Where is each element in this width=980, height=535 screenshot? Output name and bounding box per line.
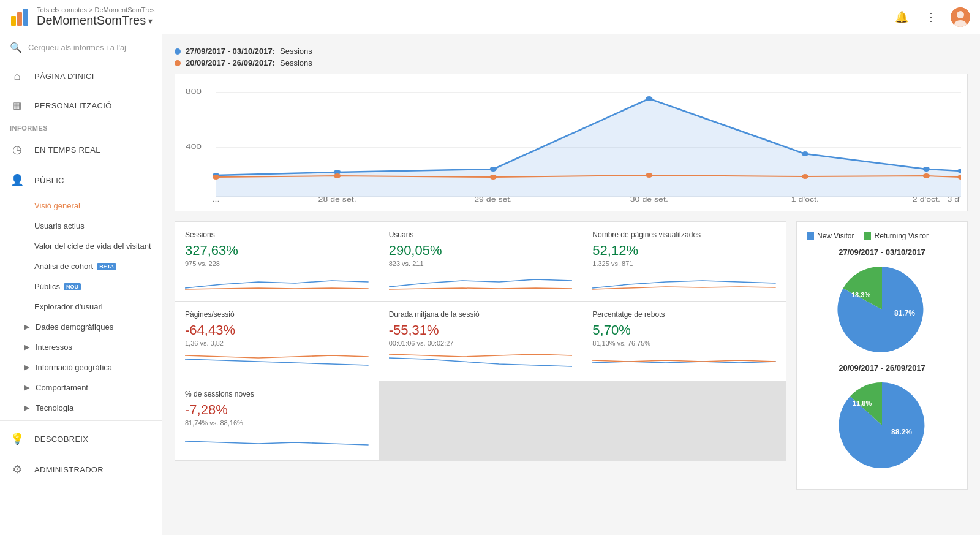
sidebar: 🔍 Cerqueu als informes i a l'aj ⌂ PÀGINA… (0, 34, 162, 535)
app-title: DeMomentSomTres ▾ (37, 13, 892, 28)
informes-label: Informes (0, 120, 162, 134)
legend-dot-2 (175, 60, 181, 66)
svg-text:2 d'oct.: 2 d'oct. (913, 196, 940, 203)
legend-label-2: Sessions (280, 58, 312, 67)
legend-date-1: 27/09/2017 - 03/10/2017: (186, 47, 275, 56)
sidebar-sub-lifetime[interactable]: Valor del cicle de vida del visitant (0, 236, 162, 256)
bottom-row: Sessions 327,63% 975 vs. 228 Usuaris 290… (175, 221, 968, 490)
explorer-label: Explorador d'usuari (34, 302, 103, 311)
legend-date-2: 20/09/2017 - 26/09/2017: (186, 58, 275, 67)
svg-point-22 (646, 173, 652, 178)
interests-label: Interessos (36, 343, 72, 352)
arrow-icon-interests: ▶ (24, 343, 29, 351)
pie-chart-1: 81.7% 18.3% (833, 260, 931, 359)
metric-pages-compare: 1.325 vs. 871 (592, 260, 776, 267)
arrow-icon-geo: ▶ (24, 363, 29, 371)
mini-chart-users (389, 271, 573, 293)
main-layout: 🔍 Cerqueu als informes i a l'aj ⌂ PÀGINA… (0, 34, 980, 535)
sidebar-item-custom[interactable]: ▦ PERSONALITZACIÓ (0, 91, 162, 120)
lifetime-label: Valor del cicle de vida del visitant (34, 241, 151, 251)
pie-legend-new-label: New Visitor (817, 232, 854, 240)
svg-point-24 (923, 173, 930, 178)
chart-legend: 27/09/2017 - 03/10/2017: Sessions 20/09/… (175, 47, 968, 67)
metric-bounce-title: Percentatge de rebots (592, 310, 776, 319)
metric-bounce: Percentatge de rebots 5,70% 81,13% vs. 7… (582, 302, 786, 381)
sidebar-group-demographics[interactable]: ▶ Dades demogràfiques (0, 317, 162, 337)
search-icon: 🔍 (10, 42, 22, 53)
metric-bounce-compare: 81,13% vs. 76,75% (592, 340, 776, 347)
metric-new-sessions-value: -7,28% (185, 402, 369, 418)
app-logo (10, 7, 29, 27)
sidebar-item-discover[interactable]: 💡 DESCOBREIX (0, 423, 162, 454)
metric-pages-value: 52,12% (592, 243, 776, 259)
sidebar-item-home[interactable]: ⌂ PÀGINA D'INICI (0, 61, 162, 91)
sidebar-item-realtime-label: EN TEMPS REAL (34, 145, 100, 154)
metrics-grid: Sessions 327,63% 975 vs. 228 Usuaris 290… (175, 221, 786, 461)
svg-point-19 (213, 175, 219, 180)
metric-pages: Nombre de pàgines visualitzades 52,12% 1… (582, 222, 786, 301)
svg-rect-0 (11, 16, 16, 26)
sidebar-sub-cohort[interactable]: Anàlisi de cohort BETA (0, 256, 162, 276)
discover-icon: 💡 (10, 432, 24, 446)
search-text: Cerqueu als informes i a l'aj (28, 43, 126, 52)
publics-badge: NOU (64, 283, 81, 290)
pie-section: New Visitor Returning Visitor 27/09/2017… (796, 221, 968, 490)
svg-text:88.2%: 88.2% (891, 428, 912, 436)
metric-sessions-compare: 975 vs. 228 (185, 260, 369, 267)
pie-date-1: 27/09/2017 - 03/10/2017 (807, 248, 957, 257)
sidebar-divider (0, 420, 162, 421)
admin-icon: ⚙ (10, 463, 24, 476)
mini-chart-sessions (185, 271, 369, 293)
admin-label: ADMINISTRADOR (34, 465, 104, 474)
sidebar-group-geo[interactable]: ▶ Informació geogràfica (0, 357, 162, 378)
overview-label: Visió general (34, 201, 80, 210)
svg-point-20 (334, 173, 341, 178)
sidebar-search[interactable]: 🔍 Cerqueu als informes i a l'aj (0, 34, 162, 61)
svg-text:...: ... (213, 196, 220, 203)
svg-point-17 (923, 167, 930, 172)
metric-sessions: Sessions 327,63% 975 vs. 228 (175, 222, 379, 301)
notifications-button[interactable]: 🔔 (892, 7, 911, 27)
metric-duration: Durada mitjana de la sessió -55,31% 00:0… (379, 302, 582, 381)
pie-legend: New Visitor Returning Visitor (807, 232, 957, 240)
cohort-label: Anàlisi de cohort (34, 262, 93, 271)
svg-text:30 de set.: 30 de set. (630, 196, 668, 203)
svg-text:1 d'oct.: 1 d'oct. (791, 196, 819, 203)
title-dropdown-arrow[interactable]: ▾ (148, 16, 153, 26)
mini-chart-pages (592, 271, 776, 293)
header-actions: 🔔 ⋮ (892, 7, 970, 27)
svg-point-15 (646, 96, 652, 101)
sidebar-sub-active-users[interactable]: Usuaris actius (0, 216, 162, 236)
more-options-button[interactable]: ⋮ (921, 7, 941, 27)
custom-icon: ▦ (10, 100, 24, 111)
mini-chart-pages-session (185, 351, 369, 373)
svg-text:29 de set.: 29 de set. (474, 196, 512, 203)
top-header: Tots els comptes > DeMomentSomTres DeMom… (0, 0, 980, 34)
sidebar-item-home-label: PÀGINA D'INICI (34, 72, 94, 81)
metrics-area: Sessions 327,63% 975 vs. 228 Usuaris 290… (175, 221, 786, 471)
legend-dot-1 (175, 48, 181, 55)
sidebar-item-realtime[interactable]: ◷ EN TEMPS REAL (0, 134, 162, 165)
svg-text:28 de set.: 28 de set. (318, 196, 356, 203)
sidebar-sub-publics[interactable]: Públics NOU (0, 276, 162, 297)
sidebar-item-admin[interactable]: ⚙ ADMINISTRADOR (0, 454, 162, 485)
person-icon: 👤 (10, 173, 24, 187)
sidebar-group-behavior[interactable]: ▶ Comportament (0, 378, 162, 398)
line-chart-container: 800 400 (175, 74, 968, 211)
pie-wrapper-2: 88.2% 11.8% (807, 376, 957, 474)
metric-users-value: 290,05% (389, 243, 573, 259)
svg-text:81.7%: 81.7% (894, 309, 915, 317)
metric-pages-session-title: Pàgines/sessió (185, 310, 369, 319)
svg-rect-1 (17, 12, 22, 26)
sidebar-sub-overview[interactable]: Visió general (0, 195, 162, 216)
metric-pages-session-compare: 1,36 vs. 3,82 (185, 340, 369, 347)
sidebar-group-interests[interactable]: ▶ Interessos (0, 337, 162, 357)
metric-users-compare: 823 vs. 211 (389, 260, 573, 267)
pie-wrapper-1: 81.7% 18.3% (807, 260, 957, 359)
avatar[interactable] (951, 7, 970, 27)
sidebar-sub-explorer[interactable]: Explorador d'usuari (0, 297, 162, 317)
pie-chart-2: 88.2% 11.8% (833, 376, 931, 474)
mini-chart-bounce (592, 351, 776, 373)
sidebar-item-public[interactable]: 👤 PÚBLIC (0, 165, 162, 195)
sidebar-group-technology[interactable]: ▶ Tecnologia (0, 398, 162, 418)
